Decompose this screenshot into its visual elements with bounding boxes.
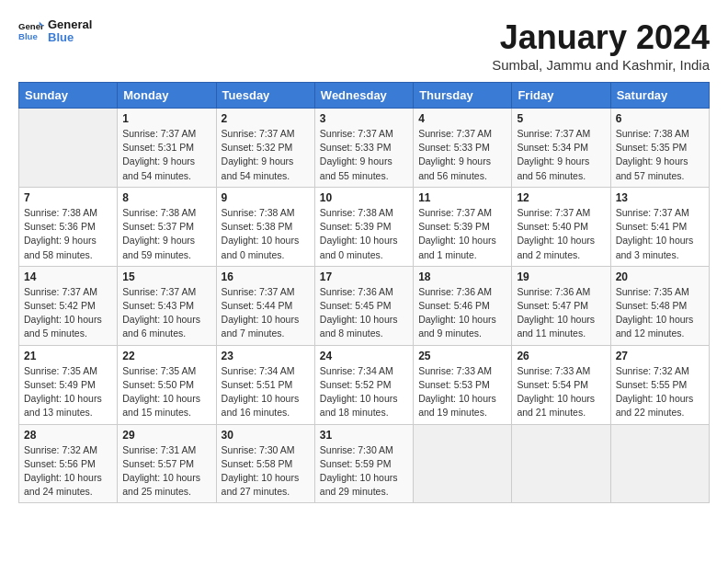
day-number: 25 xyxy=(418,350,506,362)
calendar-cell: 25Sunrise: 7:33 AM Sunset: 5:53 PM Dayli… xyxy=(414,345,512,424)
day-number: 14 xyxy=(24,270,112,283)
day-number: 30 xyxy=(222,429,310,442)
day-number: 20 xyxy=(616,270,704,283)
day-info: Sunrise: 7:38 AM Sunset: 5:38 PM Dayligh… xyxy=(222,206,310,262)
day-info: Sunrise: 7:37 AM Sunset: 5:39 PM Dayligh… xyxy=(418,206,506,262)
day-info: Sunrise: 7:37 AM Sunset: 5:44 PM Dayligh… xyxy=(222,285,310,341)
calendar-cell: 30Sunrise: 7:30 AM Sunset: 5:58 PM Dayli… xyxy=(216,424,314,503)
day-number: 12 xyxy=(517,191,605,204)
day-info: Sunrise: 7:32 AM Sunset: 5:55 PM Dayligh… xyxy=(616,364,704,420)
day-number: 9 xyxy=(222,191,310,204)
calendar-cell xyxy=(414,424,512,503)
logo-blue: Blue xyxy=(48,31,92,44)
day-number: 19 xyxy=(517,270,605,283)
calendar-cell: 14Sunrise: 7:37 AM Sunset: 5:42 PM Dayli… xyxy=(19,266,118,345)
weekday-header-wednesday: Wednesday xyxy=(314,83,413,109)
calendar-week-row: 14Sunrise: 7:37 AM Sunset: 5:42 PM Dayli… xyxy=(19,266,710,345)
calendar-cell: 6Sunrise: 7:38 AM Sunset: 5:35 PM Daylig… xyxy=(610,109,709,188)
calendar-cell: 24Sunrise: 7:34 AM Sunset: 5:52 PM Dayli… xyxy=(314,345,413,424)
day-info: Sunrise: 7:37 AM Sunset: 5:34 PM Dayligh… xyxy=(517,127,605,183)
calendar-cell: 1Sunrise: 7:37 AM Sunset: 5:31 PM Daylig… xyxy=(118,109,216,188)
day-info: Sunrise: 7:38 AM Sunset: 5:39 PM Dayligh… xyxy=(320,206,408,262)
calendar-cell: 13Sunrise: 7:37 AM Sunset: 5:41 PM Dayli… xyxy=(610,187,709,266)
day-number: 22 xyxy=(122,350,210,362)
calendar-cell: 8Sunrise: 7:38 AM Sunset: 5:37 PM Daylig… xyxy=(118,187,216,266)
day-number: 18 xyxy=(418,270,506,283)
day-info: Sunrise: 7:38 AM Sunset: 5:36 PM Dayligh… xyxy=(24,206,112,262)
day-info: Sunrise: 7:37 AM Sunset: 5:33 PM Dayligh… xyxy=(320,127,408,183)
calendar-week-row: 21Sunrise: 7:35 AM Sunset: 5:49 PM Dayli… xyxy=(19,345,710,424)
calendar-cell: 4Sunrise: 7:37 AM Sunset: 5:33 PM Daylig… xyxy=(414,109,512,188)
calendar-cell: 27Sunrise: 7:32 AM Sunset: 5:55 PM Dayli… xyxy=(610,345,709,424)
day-info: Sunrise: 7:37 AM Sunset: 5:31 PM Dayligh… xyxy=(122,127,210,183)
day-info: Sunrise: 7:38 AM Sunset: 5:37 PM Dayligh… xyxy=(122,206,210,262)
day-number: 4 xyxy=(418,112,506,125)
svg-text:Blue: Blue xyxy=(18,31,38,41)
day-number: 17 xyxy=(320,270,408,283)
weekday-header-saturday: Saturday xyxy=(610,83,709,109)
day-info: Sunrise: 7:37 AM Sunset: 5:32 PM Dayligh… xyxy=(222,127,310,183)
calendar-cell: 5Sunrise: 7:37 AM Sunset: 5:34 PM Daylig… xyxy=(512,109,610,188)
day-number: 16 xyxy=(222,270,310,283)
page-header: General Blue General Blue January 2024 S… xyxy=(18,18,710,73)
day-number: 6 xyxy=(616,112,704,125)
day-info: Sunrise: 7:36 AM Sunset: 5:46 PM Dayligh… xyxy=(418,285,506,341)
day-number: 29 xyxy=(122,429,210,442)
calendar-week-row: 7Sunrise: 7:38 AM Sunset: 5:36 PM Daylig… xyxy=(19,187,710,266)
calendar-cell: 16Sunrise: 7:37 AM Sunset: 5:44 PM Dayli… xyxy=(216,266,314,345)
calendar-cell: 2Sunrise: 7:37 AM Sunset: 5:32 PM Daylig… xyxy=(216,109,314,188)
day-info: Sunrise: 7:33 AM Sunset: 5:53 PM Dayligh… xyxy=(418,364,506,420)
day-number: 24 xyxy=(320,350,408,362)
day-info: Sunrise: 7:37 AM Sunset: 5:42 PM Dayligh… xyxy=(24,285,112,341)
calendar-cell: 11Sunrise: 7:37 AM Sunset: 5:39 PM Dayli… xyxy=(414,187,512,266)
weekday-header-tuesday: Tuesday xyxy=(216,83,314,109)
day-info: Sunrise: 7:31 AM Sunset: 5:57 PM Dayligh… xyxy=(122,443,210,500)
day-info: Sunrise: 7:37 AM Sunset: 5:40 PM Dayligh… xyxy=(517,206,605,262)
day-number: 3 xyxy=(320,112,408,125)
day-info: Sunrise: 7:35 AM Sunset: 5:49 PM Dayligh… xyxy=(24,364,112,420)
location-subtitle: Sumbal, Jammu and Kashmir, India xyxy=(492,57,710,73)
day-number: 2 xyxy=(222,112,310,125)
calendar-cell xyxy=(512,424,610,503)
calendar-cell: 3Sunrise: 7:37 AM Sunset: 5:33 PM Daylig… xyxy=(314,109,413,188)
month-title: January 2024 xyxy=(492,18,710,57)
calendar-week-row: 1Sunrise: 7:37 AM Sunset: 5:31 PM Daylig… xyxy=(19,109,710,188)
calendar-cell: 26Sunrise: 7:33 AM Sunset: 5:54 PM Dayli… xyxy=(512,345,610,424)
calendar-cell: 20Sunrise: 7:35 AM Sunset: 5:48 PM Dayli… xyxy=(610,266,709,345)
logo-general: General xyxy=(48,18,92,31)
logo-icon: General Blue xyxy=(18,18,44,44)
calendar-cell xyxy=(610,424,709,503)
day-info: Sunrise: 7:37 AM Sunset: 5:33 PM Dayligh… xyxy=(418,127,506,183)
calendar-cell: 7Sunrise: 7:38 AM Sunset: 5:36 PM Daylig… xyxy=(19,187,118,266)
day-number: 28 xyxy=(24,429,112,442)
calendar-cell: 21Sunrise: 7:35 AM Sunset: 5:49 PM Dayli… xyxy=(19,345,118,424)
day-info: Sunrise: 7:35 AM Sunset: 5:50 PM Dayligh… xyxy=(122,364,210,420)
day-info: Sunrise: 7:34 AM Sunset: 5:52 PM Dayligh… xyxy=(320,364,408,420)
calendar-cell: 29Sunrise: 7:31 AM Sunset: 5:57 PM Dayli… xyxy=(118,424,216,503)
weekday-header-friday: Friday xyxy=(512,83,610,109)
day-number: 10 xyxy=(320,191,408,204)
title-block: January 2024 Sumbal, Jammu and Kashmir, … xyxy=(492,18,710,73)
day-info: Sunrise: 7:33 AM Sunset: 5:54 PM Dayligh… xyxy=(517,364,605,420)
weekday-header-thursday: Thursday xyxy=(414,83,512,109)
calendar-cell: 17Sunrise: 7:36 AM Sunset: 5:45 PM Dayli… xyxy=(314,266,413,345)
day-info: Sunrise: 7:35 AM Sunset: 5:48 PM Dayligh… xyxy=(616,285,704,341)
day-info: Sunrise: 7:36 AM Sunset: 5:45 PM Dayligh… xyxy=(320,285,408,341)
day-number: 21 xyxy=(24,350,112,362)
day-info: Sunrise: 7:37 AM Sunset: 5:41 PM Dayligh… xyxy=(616,206,704,262)
calendar-cell: 12Sunrise: 7:37 AM Sunset: 5:40 PM Dayli… xyxy=(512,187,610,266)
logo: General Blue General Blue xyxy=(18,18,92,45)
day-number: 31 xyxy=(320,429,408,442)
day-info: Sunrise: 7:37 AM Sunset: 5:43 PM Dayligh… xyxy=(122,285,210,341)
calendar-cell xyxy=(19,109,118,188)
day-info: Sunrise: 7:34 AM Sunset: 5:51 PM Dayligh… xyxy=(222,364,310,420)
day-info: Sunrise: 7:30 AM Sunset: 5:59 PM Dayligh… xyxy=(320,443,408,500)
day-number: 5 xyxy=(517,112,605,125)
calendar-cell: 18Sunrise: 7:36 AM Sunset: 5:46 PM Dayli… xyxy=(414,266,512,345)
calendar-table: SundayMondayTuesdayWednesdayThursdayFrid… xyxy=(18,82,710,503)
weekday-header-monday: Monday xyxy=(118,83,216,109)
day-number: 15 xyxy=(122,270,210,283)
day-number: 11 xyxy=(418,191,506,204)
calendar-cell: 10Sunrise: 7:38 AM Sunset: 5:39 PM Dayli… xyxy=(314,187,413,266)
day-number: 26 xyxy=(517,350,605,362)
